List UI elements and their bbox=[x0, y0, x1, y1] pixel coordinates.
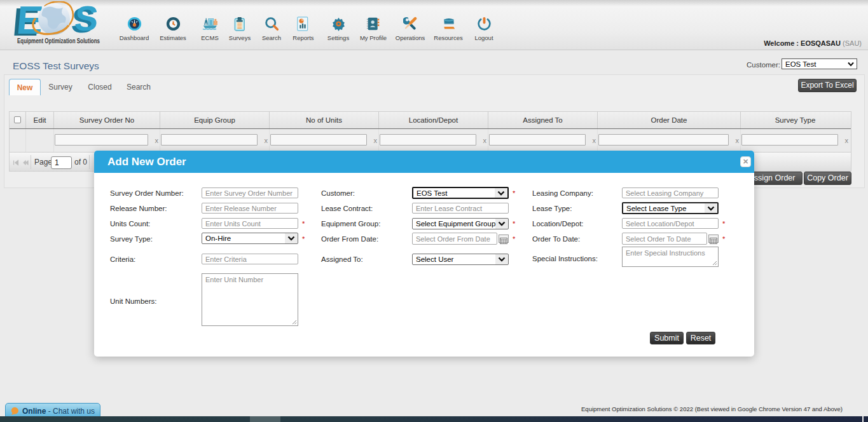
svg-text:S: S bbox=[73, 1, 100, 38]
svg-text:Equipment Optimization Solutio: Equipment Optimization Solutions bbox=[17, 37, 100, 44]
